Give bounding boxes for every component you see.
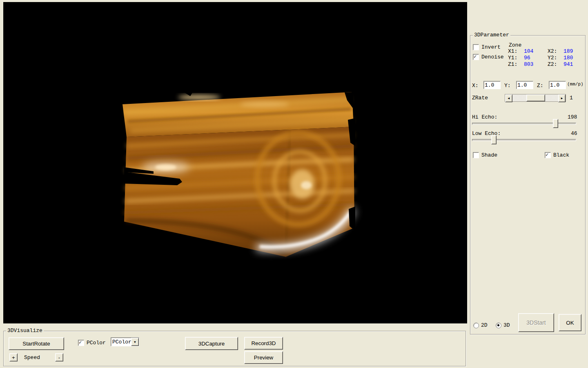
chevron-down-icon[interactable]: ▼ — [131, 338, 139, 346]
scale-y-label: Y: — [504, 83, 511, 89]
scale-x-label: X: — [472, 83, 479, 89]
scale-z-input[interactable] — [549, 81, 566, 89]
zone-z1-value: 803 — [524, 61, 533, 67]
hi-echo-value: 198 — [568, 114, 577, 120]
zrate-label: ZRate — [472, 95, 488, 101]
speed-minus-button[interactable]: - — [55, 353, 63, 361]
speed-plus-button[interactable]: + — [9, 353, 18, 361]
shade-checkbox[interactable]: Shade — [473, 152, 497, 158]
zone-x1-value: 104 — [524, 48, 533, 54]
param-panel: 3DParameter Invert Denoise Zone X1: 104 … — [470, 35, 586, 334]
scale-x-input[interactable] — [483, 81, 501, 89]
visualize-panel: 3DVisualize StartRotate PColor PColor ▼ … — [3, 331, 466, 366]
speed-label: Speed — [24, 355, 40, 361]
app-window: { "colors": { "panel_bg": "#ece9d8", "va… — [0, 0, 588, 368]
capture-3d-button[interactable]: 3DCapture — [185, 337, 238, 350]
zrate-scroll-right-icon[interactable]: ► — [558, 94, 566, 102]
start3d-button[interactable]: 3DStart — [518, 313, 554, 332]
zrate-scroll-left-icon[interactable]: ◄ — [505, 94, 512, 102]
low-echo-slider-thumb[interactable] — [491, 135, 497, 144]
pcolor-label: PColor — [87, 340, 106, 346]
zone-x1-label: X1: — [508, 48, 517, 54]
hi-echo-label: Hi Echo: — [472, 114, 497, 120]
invert-label: Invert — [481, 44, 501, 50]
ok-button[interactable]: OK — [559, 314, 581, 331]
pcolor-dropdown-value: PColor — [111, 339, 131, 345]
low-echo-value: 46 — [571, 130, 577, 137]
zone-x2-value: 189 — [564, 48, 573, 54]
scale-z-label: Z: — [537, 83, 543, 89]
zone-x2-label: X2: — [548, 48, 557, 54]
hi-echo-slider-thumb[interactable] — [553, 119, 558, 128]
invert-checkbox-box[interactable] — [473, 44, 479, 50]
zone-y2-value: 180 — [564, 55, 573, 61]
mode-2d-radio-circle[interactable] — [473, 323, 479, 328]
black-checkbox-box[interactable] — [545, 152, 551, 158]
zone-z2-label: Z2: — [548, 61, 557, 67]
pcolor-dropdown[interactable]: PColor ▼ — [111, 337, 139, 346]
zone-y1-value: 96 — [524, 55, 530, 61]
zone-z2-value: 941 — [564, 61, 573, 67]
zone-y2-label: Y2: — [548, 55, 557, 61]
denoise-label: Denoise — [481, 54, 504, 60]
zrate-scroll-thumb[interactable] — [526, 94, 545, 101]
invert-checkbox[interactable]: Invert — [473, 44, 501, 50]
scale-y-input[interactable] — [516, 81, 533, 89]
volume-render-3d[interactable] — [3, 2, 467, 323]
denoise-checkbox[interactable]: Denoise — [473, 54, 504, 60]
mode-2d-radio[interactable]: 2D — [473, 322, 488, 328]
zone-title: Zone — [509, 42, 521, 48]
shade-label: Shade — [481, 152, 497, 158]
low-echo-slider[interactable] — [472, 139, 576, 141]
zrate-value: 1 — [570, 95, 573, 101]
preview-button[interactable]: Preview — [244, 351, 283, 364]
pcolor-checkbox-box[interactable] — [78, 340, 84, 346]
mode-2d-label: 2D — [481, 322, 488, 328]
mode-3d-radio[interactable]: 3D — [496, 322, 510, 328]
zrate-scrollbar[interactable]: ◄ ► — [505, 94, 566, 102]
mode-3d-radio-circle[interactable] — [496, 323, 501, 328]
denoise-checkbox-box[interactable] — [473, 54, 479, 60]
zone-z1-label: Z1: — [508, 61, 517, 67]
start-rotate-button[interactable]: StartRotate — [9, 337, 64, 350]
hi-echo-slider[interactable] — [472, 123, 576, 125]
pcolor-checkbox[interactable]: PColor — [78, 340, 106, 346]
black-label: Black — [553, 152, 569, 158]
mode-3d-label: 3D — [503, 322, 510, 328]
param-panel-title: 3DParameter — [473, 32, 510, 38]
zone-y1-label: Y1: — [508, 55, 517, 61]
scale-unit-label: (mm/p) — [567, 81, 584, 88]
visualize-panel-title: 3DVisualize — [6, 328, 44, 334]
low-echo-label: Low Echo: — [472, 130, 501, 137]
render-viewport[interactable] — [3, 2, 467, 323]
record-3d-button[interactable]: Record3D — [244, 337, 283, 350]
black-checkbox[interactable]: Black — [545, 152, 569, 158]
shade-checkbox-box[interactable] — [473, 152, 479, 158]
